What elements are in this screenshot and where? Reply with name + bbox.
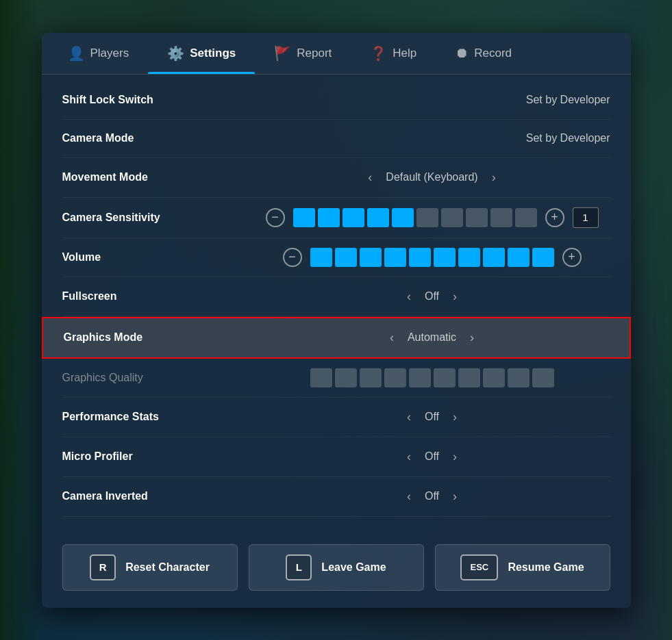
- tab-report[interactable]: 🚩 Report: [255, 33, 351, 74]
- fullscreen-prev[interactable]: ‹: [401, 287, 416, 307]
- performance-stats-label: Performance Stats: [62, 411, 254, 423]
- report-icon: 🚩: [274, 45, 291, 62]
- camera-sensitivity-number: 1: [573, 207, 599, 228]
- resume-key-badge: ESC: [460, 554, 498, 580]
- tab-players[interactable]: 👤 Players: [49, 33, 149, 74]
- camera-sensitivity-plus[interactable]: +: [545, 208, 564, 227]
- vol-block-6: [434, 248, 456, 267]
- help-icon: ❓: [370, 45, 387, 62]
- micro-profiler-label: Micro Profiler: [62, 450, 254, 463]
- setting-performance-stats: Performance Stats ‹ Off ›: [62, 398, 610, 437]
- volume-minus[interactable]: −: [283, 248, 302, 267]
- fullscreen-control: ‹ Off ›: [254, 287, 610, 307]
- shift-lock-value: Set by Developer: [254, 94, 610, 106]
- micro-profiler-next[interactable]: ›: [447, 447, 462, 467]
- setting-camera-sensitivity: Camera Sensitivity − + 1: [62, 198, 610, 238]
- movement-mode-prev[interactable]: ‹: [362, 168, 377, 188]
- fullscreen-value: Off: [425, 290, 439, 303]
- resume-game-label: Resume Game: [508, 561, 584, 574]
- volume-blocks: [310, 248, 554, 267]
- settings-content: Shift Lock Switch Set by Developer Camer…: [42, 75, 631, 530]
- block-4: [367, 208, 389, 227]
- camera-sensitivity-control: − + 1: [254, 207, 610, 228]
- micro-profiler-prev[interactable]: ‹: [401, 447, 416, 467]
- setting-camera-inverted: Camera Inverted ‹ Off ›: [62, 477, 610, 517]
- camera-sensitivity-label: Camera Sensitivity: [62, 212, 254, 224]
- micro-profiler-value: Off: [425, 450, 439, 463]
- camera-inverted-next[interactable]: ›: [447, 487, 462, 507]
- block-2: [318, 208, 340, 227]
- movement-mode-label: Movement Mode: [62, 171, 254, 183]
- graphics-quality-label: Graphics Quality: [62, 372, 254, 384]
- camera-sensitivity-minus[interactable]: −: [266, 208, 285, 227]
- gq-block-7: [458, 368, 480, 387]
- setting-camera-mode: Camera Mode Set by Developer: [62, 120, 610, 158]
- gq-block-6: [434, 368, 456, 387]
- tab-report-label: Report: [297, 47, 332, 60]
- performance-stats-prev[interactable]: ‹: [401, 407, 416, 427]
- vol-block-7: [458, 248, 480, 267]
- graphics-mode-prev[interactable]: ‹: [384, 328, 399, 348]
- movement-mode-control: ‹ Default (Keyboard) ›: [254, 168, 610, 188]
- tab-players-label: Players: [90, 47, 129, 60]
- fullscreen-next[interactable]: ›: [447, 287, 462, 307]
- vol-block-2: [335, 248, 357, 267]
- block-5: [392, 208, 414, 227]
- players-icon: 👤: [68, 45, 85, 62]
- vol-block-9: [508, 248, 530, 267]
- vol-block-3: [360, 248, 382, 267]
- graphics-mode-label: Graphics Mode: [64, 331, 256, 344]
- block-9: [490, 208, 512, 227]
- camera-sensitivity-blocks: [293, 208, 537, 227]
- camera-inverted-label: Camera Inverted: [62, 490, 254, 502]
- block-1: [293, 208, 315, 227]
- setting-micro-profiler: Micro Profiler ‹ Off ›: [62, 437, 610, 477]
- record-icon: ⏺: [455, 45, 469, 61]
- graphics-mode-control: ‹ Automatic ›: [256, 328, 609, 348]
- micro-profiler-control: ‹ Off ›: [254, 447, 610, 467]
- volume-control: − +: [254, 248, 610, 267]
- gq-block-2: [335, 368, 357, 387]
- performance-stats-control: ‹ Off ›: [254, 407, 610, 427]
- tab-settings[interactable]: ⚙️ Settings: [148, 33, 255, 74]
- movement-mode-next[interactable]: ›: [486, 168, 501, 188]
- tab-help[interactable]: ❓ Help: [351, 33, 436, 74]
- setting-graphics-quality: Graphics Quality: [62, 359, 610, 398]
- graphics-quality-blocks: [310, 368, 554, 387]
- vol-block-10: [532, 248, 554, 267]
- performance-stats-value: Off: [425, 411, 439, 423]
- shift-lock-label: Shift Lock Switch: [62, 94, 254, 106]
- graphics-mode-value: Automatic: [408, 331, 456, 344]
- vol-block-1: [310, 248, 332, 267]
- setting-graphics-mode: Graphics Mode ‹ Automatic ›: [42, 317, 631, 359]
- setting-shift-lock: Shift Lock Switch Set by Developer: [62, 81, 610, 120]
- block-10: [515, 208, 537, 227]
- gq-block-10: [532, 368, 554, 387]
- volume-plus[interactable]: +: [562, 248, 582, 267]
- movement-mode-value: Default (Keyboard): [386, 171, 477, 183]
- tab-record[interactable]: ⏺ Record: [436, 33, 531, 74]
- resume-game-button[interactable]: ESC Resume Game: [435, 544, 610, 591]
- bottom-buttons: R Reset Character L Leave Game ESC Resum…: [42, 530, 631, 608]
- setting-volume: Volume − +: [62, 238, 610, 277]
- fullscreen-label: Fullscreen: [62, 290, 254, 303]
- settings-icon: ⚙️: [167, 45, 184, 62]
- graphics-quality-control: [254, 368, 610, 387]
- setting-fullscreen: Fullscreen ‹ Off ›: [62, 277, 610, 317]
- performance-stats-next[interactable]: ›: [447, 407, 462, 427]
- gq-block-1: [310, 368, 332, 387]
- leave-game-label: Leave Game: [321, 561, 386, 574]
- leave-game-button[interactable]: L Leave Game: [249, 544, 424, 591]
- vol-block-5: [409, 248, 431, 267]
- gq-block-3: [360, 368, 382, 387]
- reset-character-button[interactable]: R Reset Character: [62, 544, 238, 591]
- camera-inverted-prev[interactable]: ‹: [401, 487, 416, 507]
- graphics-mode-next[interactable]: ›: [464, 328, 480, 348]
- block-7: [441, 208, 463, 227]
- tab-bar: 👤 Players ⚙️ Settings 🚩 Report ❓ Help ⏺ …: [42, 33, 631, 75]
- reset-character-label: Reset Character: [125, 561, 210, 574]
- vol-block-4: [384, 248, 406, 267]
- gq-block-8: [483, 368, 505, 387]
- volume-label: Volume: [62, 251, 254, 264]
- block-3: [343, 208, 364, 227]
